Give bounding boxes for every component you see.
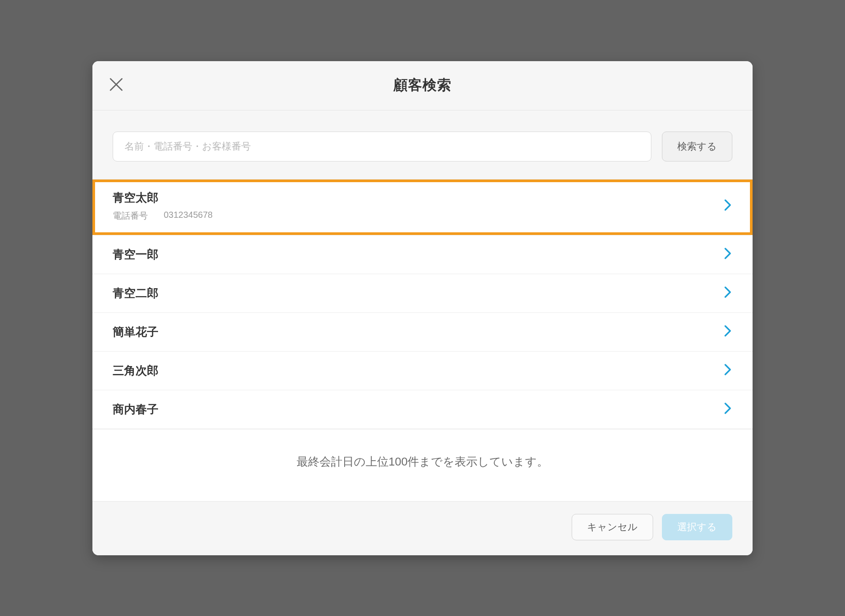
chevron-right-icon — [724, 324, 732, 339]
cancel-button[interactable]: キャンセル — [572, 514, 653, 540]
phone-value: 0312345678 — [164, 210, 213, 222]
search-row: 検索する — [92, 110, 753, 179]
chevron-right-icon — [724, 402, 732, 417]
results-list: 青空太郎 電話番号 0312345678 青空一郎 青空二郎 簡単花子 — [92, 179, 753, 502]
search-button[interactable]: 検索する — [662, 132, 732, 161]
result-row[interactable]: 簡単花子 — [92, 313, 753, 352]
close-button[interactable] — [107, 76, 126, 95]
close-icon — [109, 77, 124, 94]
result-name: 簡単花子 — [113, 324, 158, 340]
result-name: 青空太郎 — [113, 190, 213, 205]
select-button[interactable]: 選択する — [662, 514, 732, 540]
result-row[interactable]: 青空太郎 電話番号 0312345678 — [92, 180, 753, 235]
result-name: 青空二郎 — [113, 286, 158, 301]
chevron-right-icon — [724, 247, 732, 262]
result-row[interactable]: 青空二郎 — [92, 274, 753, 313]
result-name: 三角次郎 — [113, 363, 158, 378]
modal-footer: キャンセル 選択する — [92, 502, 753, 555]
result-row[interactable]: 青空一郎 — [92, 235, 753, 274]
customer-search-modal: 顧客検索 検索する 青空太郎 電話番号 0312345678 青空一郎 — [92, 61, 753, 555]
chevron-right-icon — [724, 198, 732, 213]
result-row[interactable]: 商内春子 — [92, 390, 753, 429]
result-text: 青空太郎 電話番号 0312345678 — [113, 190, 213, 222]
phone-label: 電話番号 — [113, 210, 148, 222]
search-input[interactable] — [113, 132, 651, 161]
result-name: 商内春子 — [113, 402, 158, 417]
chevron-right-icon — [724, 363, 732, 378]
modal-title: 顧客検索 — [393, 76, 452, 95]
result-name: 青空一郎 — [113, 247, 158, 262]
results-footnote: 最終会計日の上位100件までを表示しています。 — [92, 429, 753, 501]
modal-header: 顧客検索 — [92, 61, 753, 110]
result-sub: 電話番号 0312345678 — [113, 210, 213, 222]
result-row[interactable]: 三角次郎 — [92, 352, 753, 390]
chevron-right-icon — [724, 286, 732, 301]
